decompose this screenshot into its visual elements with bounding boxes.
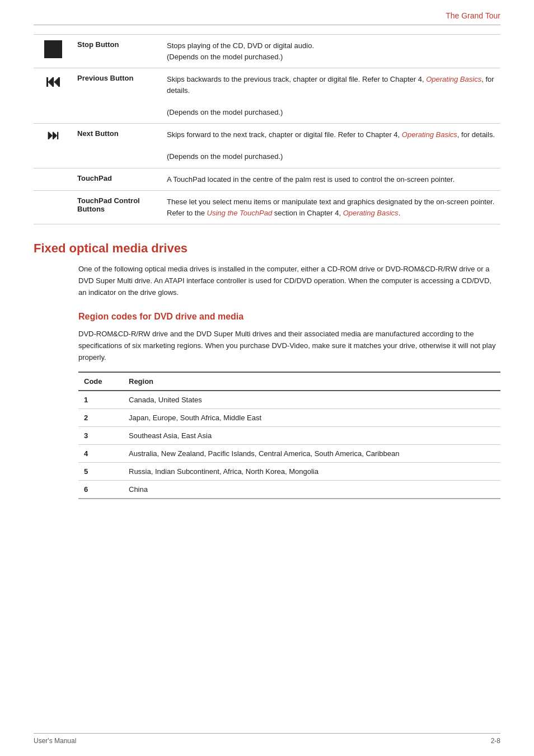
table-row: ⏭ Next Button Skips forward to the next … [34,124,500,168]
header-title: The Grand Tour [446,11,500,20]
region-codes-content: Region codes for DVD drive and media DVD… [34,312,500,499]
fixed-optical-text: One of the following optical media drive… [78,264,500,298]
next-icon: ⏭ [47,128,59,142]
table-row: 6China [78,480,500,499]
table-row: 1Canada, United States [78,391,500,409]
region-codes-section: Region codes for DVD drive and media DVD… [34,312,500,499]
table-row: 4Australia, New Zealand, Pacific Islands… [78,444,500,462]
region-codes-heading: Region codes for DVD drive and media [78,312,500,322]
table-row: 2Japan, Europe, South Africa, Middle Eas… [78,408,500,426]
table-row: TouchPad ControlButtons These let you se… [34,191,500,224]
feature-name-touchpad: TouchPad [73,168,162,191]
stop-icon [44,40,62,58]
region-code: 3 [78,426,123,444]
table-row: 3Southeast Asia, East Asia [78,426,500,444]
col-header-region: Region [123,372,500,391]
feature-name-stop: Stop Button [73,35,162,68]
icon-cell-stop [34,35,73,68]
region-name: Canada, United States [123,391,500,409]
feature-desc-prev: Skips backwards to the previous track, c… [162,68,500,124]
icon-cell-prev: ⏮ [34,68,73,124]
feature-desc-touchpad: A TouchPad located in the centre of the … [162,168,500,191]
using-touchpad-link[interactable]: Using the TouchPad [207,209,273,217]
page-header: The Grand Tour [34,11,500,25]
region-name: Japan, Europe, South Africa, Middle East [123,408,500,426]
region-name: Russia, Indian Subcontinent, Africa, Nor… [123,462,500,480]
table-row: Stop Button Stops playing of the CD, DVD… [34,35,500,68]
table-row: ⏮ Previous Button Skips backwards to the… [34,68,500,124]
region-code: 6 [78,480,123,499]
fixed-optical-heading: Fixed optical media drives [34,241,500,256]
region-name: Australia, New Zealand, Pacific Islands,… [123,444,500,462]
region-name: Southeast Asia, East Asia [123,426,500,444]
features-table: Stop Button Stops playing of the CD, DVD… [34,34,500,224]
feature-name-prev: Previous Button [73,68,162,124]
table-header-row: Code Region [78,372,500,391]
page-container: The Grand Tour Stop Button Stops playing… [0,0,534,756]
icon-cell-touchpad-buttons [34,191,73,224]
feature-name-next: Next Button [73,124,162,168]
region-code: 1 [78,391,123,409]
region-code: 4 [78,444,123,462]
table-row: TouchPad A TouchPad located in the centr… [34,168,500,191]
region-code: 2 [78,408,123,426]
footer-left: User's Manual [34,737,76,745]
operating-basics-link-prev[interactable]: Operating Basics [426,75,481,83]
fixed-optical-section: Fixed optical media drives One of the fo… [34,241,500,298]
region-codes-table: Code Region 1Canada, United States2Japan… [78,372,500,499]
feature-name-touchpad-buttons: TouchPad ControlButtons [73,191,162,224]
region-codes-intro: DVD-ROM&CD-R/RW drive and the DVD Super … [78,328,500,363]
feature-desc-next: Skips forward to the next track, chapter… [162,124,500,168]
operating-basics-link-touchpad[interactable]: Operating Basics [343,209,399,217]
table-row: 5Russia, Indian Subcontinent, Africa, No… [78,462,500,480]
previous-icon: ⏮ [45,73,61,90]
operating-basics-link-next[interactable]: Operating Basics [402,130,457,139]
col-header-code: Code [78,372,123,391]
page-footer: User's Manual 2-8 [34,733,500,745]
icon-cell-touchpad [34,168,73,191]
icon-cell-next: ⏭ [34,124,73,168]
region-name: China [123,480,500,499]
region-code: 5 [78,462,123,480]
footer-right: 2-8 [491,737,500,745]
feature-desc-touchpad-buttons: These let you select menu items or manip… [162,191,500,224]
fixed-optical-body: One of the following optical media drive… [34,264,500,298]
feature-desc-stop: Stops playing of the CD, DVD or digital … [162,35,500,68]
